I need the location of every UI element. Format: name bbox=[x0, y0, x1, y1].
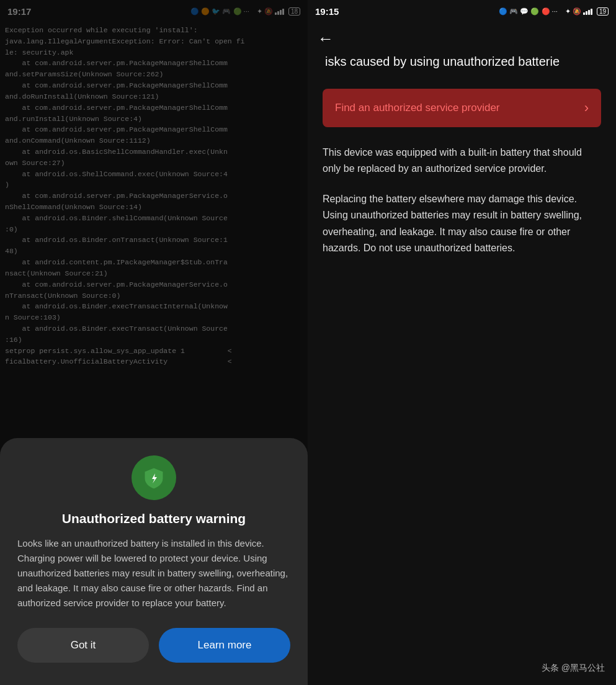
page-title-partial: isks caused by using unauthorized batter… bbox=[325, 55, 560, 68]
chevron-right-icon: › bbox=[584, 100, 589, 116]
right-content: Find an authorized service provider › Th… bbox=[308, 79, 616, 685]
nav-bar: ← bbox=[308, 22, 616, 55]
right-panel: 19:15 🔵 🎮 💬 🟢 🔴 ··· ✦ 🔕 19 ← isks caused… bbox=[308, 0, 616, 685]
left-panel: 19:17 🔵 🟠 🐦 🎮 🟢 ··· ✦ 🔕 18 Exception occ… bbox=[0, 0, 308, 685]
info-section-1: This device was equipped with a built-in… bbox=[323, 145, 601, 177]
time-right: 19:15 bbox=[315, 6, 339, 17]
dialog-body: Looks like an unauthorized battery is in… bbox=[17, 536, 290, 611]
dialog-box: Unauthorized battery warning Looks like … bbox=[0, 438, 308, 685]
battery-warning-icon-wrap bbox=[132, 455, 176, 500]
signal-bar-r1 bbox=[583, 12, 585, 15]
signal-bar-r4 bbox=[591, 9, 592, 15]
connectivity-icons-right: ✦ 🔕 bbox=[565, 7, 592, 16]
learn-more-button[interactable]: Learn more bbox=[159, 628, 290, 663]
got-it-button[interactable]: Got it bbox=[17, 628, 149, 663]
page-title-area: isks caused by using unauthorized batter… bbox=[308, 55, 616, 79]
battery-warning-icon bbox=[142, 466, 166, 490]
signal-bar-r2 bbox=[586, 11, 587, 15]
service-provider-label: Find an authorized service provider bbox=[335, 102, 500, 114]
info-section-2: Replacing the battery elsewhere may dama… bbox=[323, 191, 601, 257]
back-button[interactable]: ← bbox=[318, 27, 339, 51]
dialog-overlay: Unauthorized battery warning Looks like … bbox=[0, 0, 308, 685]
status-icons-right: 🔵 🎮 💬 🟢 🔴 ··· ✦ 🔕 19 bbox=[499, 7, 609, 16]
battery-right: 19 bbox=[597, 7, 609, 16]
dialog-title: Unauthorized battery warning bbox=[62, 511, 246, 526]
service-provider-button[interactable]: Find an authorized service provider › bbox=[323, 89, 601, 127]
signal-bar-r3 bbox=[588, 10, 590, 15]
watermark: 头条 @黑马公社 bbox=[542, 663, 605, 674]
app-icons-right: 🔵 🎮 💬 🟢 🔴 ··· bbox=[499, 7, 557, 16]
status-bar-right: 19:15 🔵 🎮 💬 🟢 🔴 ··· ✦ 🔕 19 bbox=[308, 0, 616, 22]
dialog-buttons: Got it Learn more bbox=[17, 628, 290, 663]
